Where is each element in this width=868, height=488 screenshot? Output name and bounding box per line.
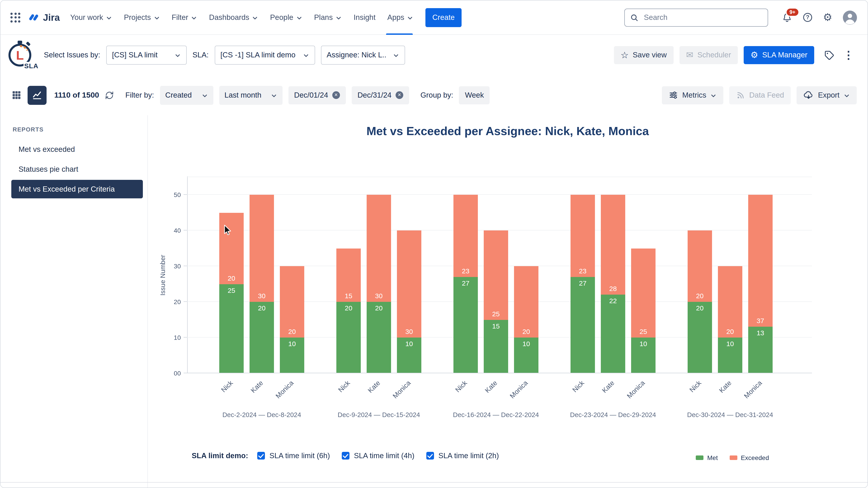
nav-item-your-work[interactable]: Your work <box>64 0 118 35</box>
y-axis-tick <box>184 301 187 302</box>
exceeded-value-label: 23 <box>570 267 595 274</box>
settings-button[interactable]: ⚙ <box>823 12 832 23</box>
sla-dropdown-value: [CS -1] SLA limit demo <box>220 51 296 59</box>
bar-nick-week-4[interactable]: 2327Nick <box>570 195 595 373</box>
nav-item-apps[interactable]: Apps <box>381 0 419 35</box>
export-button[interactable]: Export <box>797 86 857 104</box>
gear-icon: ⚙ <box>750 51 758 59</box>
nav-item-people[interactable]: People <box>264 0 308 35</box>
bar-monica-week-1[interactable]: 2010Monica <box>280 266 304 373</box>
y-axis-tick <box>184 194 187 195</box>
nav-item-plans[interactable]: Plans <box>308 0 348 35</box>
nav-item-dashboards[interactable]: Dashboards <box>203 0 264 35</box>
legend-label: Exceeded <box>741 454 769 461</box>
bar-kate-week-1[interactable]: 3020Kate <box>250 195 274 373</box>
created-dropdown-value: Created <box>165 91 192 99</box>
met-segment: 10 <box>397 337 421 373</box>
group-by-week-chip[interactable]: Week <box>459 86 490 104</box>
jira-logo[interactable]: Jira <box>28 11 60 24</box>
assignee-axis-label: Nick <box>337 379 351 394</box>
bar-monica-week-5[interactable]: 3713Monica <box>748 195 773 373</box>
refresh-button[interactable] <box>105 91 114 100</box>
met-value-label: 15 <box>484 322 508 330</box>
bar-monica-week-3[interactable]: 2010Monica <box>514 266 538 373</box>
metrics-button[interactable]: Metrics <box>662 86 723 104</box>
bar-nick-week-1[interactable]: 2025Nick <box>219 213 244 373</box>
bar-kate-week-2[interactable]: 3020Kate <box>367 195 391 373</box>
tag-button[interactable] <box>824 50 835 60</box>
nav-item-insight[interactable]: Insight <box>348 0 381 35</box>
report-item-met-vs-exceeded[interactable]: Met vs exceeded <box>11 140 143 159</box>
report-item-met-vs-exceeded-per-criteria[interactable]: Met vs Exceeded per Criteria <box>11 180 143 198</box>
notification-badge: 9+ <box>786 7 799 17</box>
search-box[interactable] <box>625 8 768 26</box>
primary-nav: Your workProjectsFilterDashboardsPeopleP… <box>64 0 419 35</box>
nav-item-projects[interactable]: Projects <box>118 0 166 35</box>
bar-monica-week-2[interactable]: 3010Monica <box>397 230 421 373</box>
sla-logo-text: SLA <box>23 62 38 70</box>
issues-filter-dropdown[interactable]: [CS] SLA limit <box>106 45 186 64</box>
remove-date-chip-icon[interactable]: × <box>332 91 340 99</box>
chart-view-button[interactable] <box>28 86 46 105</box>
chevron-down-icon <box>336 15 342 21</box>
met-value-label: 10 <box>397 340 421 348</box>
bar-kate-week-5[interactable]: 2010Kate <box>718 266 742 373</box>
search-input[interactable] <box>643 13 762 22</box>
table-view-button[interactable] <box>11 90 22 100</box>
exceeded-segment: 37 <box>748 195 773 327</box>
create-button[interactable]: Create <box>426 8 462 27</box>
sla-toolbar: L SLA Select Issues by: [CS] SLA limit S… <box>0 35 868 75</box>
notifications-button[interactable]: 9+ <box>782 12 793 23</box>
bar-nick-week-5[interactable]: 2020Nick <box>688 230 712 373</box>
sla-manager-button[interactable]: ⚙ SLA Manager <box>744 46 814 64</box>
checkbox-checked-icon <box>257 452 265 459</box>
avatar-icon <box>842 10 858 25</box>
sla-limit-checkbox-1[interactable]: SLA time limit (6h) <box>257 451 330 460</box>
svg-text:L: L <box>16 48 24 62</box>
nav-item-label: Apps <box>387 13 404 22</box>
report-item-statuses-pie-chart[interactable]: Statuses pie chart <box>11 160 143 178</box>
bar-nick-week-3[interactable]: 2327Nick <box>454 195 478 373</box>
assignee-axis-label: Monica <box>742 379 763 400</box>
assignee-axis-label: Nick <box>219 379 234 394</box>
date-chip-1[interactable]: Dec/01/24× <box>288 86 346 104</box>
scheduler-button[interactable]: ✉ Scheduler <box>679 46 738 64</box>
exceeded-segment: 30 <box>397 230 421 337</box>
checkbox-checked-icon <box>426 452 434 459</box>
bar-kate-week-4[interactable]: 2822Kate <box>601 195 625 373</box>
app-switcher-button[interactable] <box>10 12 20 22</box>
period-dropdown[interactable]: Last month <box>219 86 282 105</box>
data-feed-button[interactable]: Data Feed <box>730 86 791 104</box>
save-view-button[interactable]: ☆ Save view <box>614 46 673 64</box>
y-tick-label: 10 <box>164 333 181 341</box>
nav-item-filter[interactable]: Filter <box>166 0 203 35</box>
met-segment: 27 <box>454 277 478 373</box>
assignee-axis-label: Monica <box>508 379 529 400</box>
assignee-dropdown[interactable]: Assignee: Nick L.. <box>321 45 405 64</box>
met-value-label: 27 <box>570 279 595 287</box>
remove-date-chip-icon[interactable]: × <box>396 91 403 99</box>
bar-nick-week-2[interactable]: 1520Nick <box>336 248 361 373</box>
gear-icon: ⚙ <box>823 12 832 23</box>
sla-limit-checkbox-3[interactable]: SLA time limit (2h) <box>426 451 499 460</box>
exceeded-value-label: 30 <box>367 292 391 300</box>
met-value-label: 25 <box>219 286 244 294</box>
bar-monica-week-4[interactable]: 2510Monica <box>631 248 655 373</box>
sliders-icon <box>669 90 678 100</box>
table-grid-icon <box>11 90 22 100</box>
bar-kate-week-3[interactable]: 2515Kate <box>484 230 508 373</box>
help-button[interactable]: ? <box>803 12 813 23</box>
jira-sla-app: Jira Your workProjectsFilterDashboardsPe… <box>0 0 868 488</box>
sla-dropdown[interactable]: [CS -1] SLA limit demo <box>215 45 315 64</box>
met-value-label: 20 <box>688 304 712 312</box>
met-value-label: 20 <box>367 304 391 312</box>
met-value-label: 20 <box>336 304 361 312</box>
jira-logo-icon <box>28 11 40 24</box>
chevron-down-icon <box>154 15 160 21</box>
chevron-down-icon <box>710 92 717 99</box>
sla-limit-checkbox-2[interactable]: SLA time limit (4h) <box>342 451 414 460</box>
date-chip-2[interactable]: Dec/31/24× <box>352 86 409 104</box>
created-dropdown[interactable]: Created <box>160 86 213 105</box>
profile-avatar[interactable] <box>842 10 858 25</box>
more-options-button[interactable]: ⋮ <box>840 50 857 60</box>
